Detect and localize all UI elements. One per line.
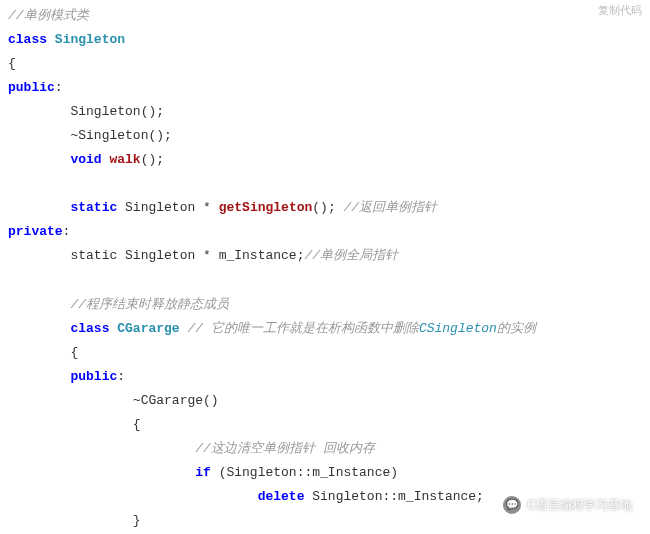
wechat-icon: 💬 [503, 496, 521, 514]
keyword-private: private [8, 224, 63, 239]
comment: //返回单例指针 [344, 200, 438, 215]
copy-code-label[interactable]: 复制代码 [598, 0, 642, 20]
watermark-text: C语言编程学习基地 [527, 494, 632, 516]
keyword-void: void [70, 152, 101, 167]
if-cond: (Singleton::m_Instance) [211, 465, 398, 480]
delete-expr: Singleton::m_Instance; [304, 489, 483, 504]
dtor: ~Singleton(); [70, 128, 171, 143]
m-instance-decl: static Singleton * m_Instance; [70, 248, 304, 263]
fn-getSingleton: getSingleton [219, 200, 313, 215]
comment: // 它的唯一工作就是在析构函数中删除CSingleton的实例 [180, 321, 536, 336]
brace: } [133, 513, 141, 528]
keyword-public: public [8, 80, 55, 95]
comment: //单例全局指针 [304, 248, 398, 263]
ret-type: Singleton * [125, 200, 219, 215]
brace: { [133, 417, 141, 432]
walk-paren: (); [141, 152, 164, 167]
fn-walk: walk [109, 152, 140, 167]
class-name: Singleton [55, 32, 125, 47]
keyword-public: public [70, 369, 117, 384]
keyword-class: class [70, 321, 109, 336]
comment: //单例模式类 [8, 8, 89, 23]
keyword-class: class [8, 32, 47, 47]
watermark: 💬 C语言编程学习基地 [503, 494, 632, 516]
class-name: CGararge [117, 321, 179, 336]
keyword-delete: delete [258, 489, 305, 504]
g-dtor: ~CGararge() [133, 393, 219, 408]
brace: { [70, 345, 78, 360]
comment: //这边清空单例指针 回收内存 [195, 441, 374, 456]
code-block: //单例模式类 class Singleton { public: Single… [0, 0, 650, 534]
getSingleton-suffix: (); [312, 200, 343, 215]
keyword-if: if [195, 465, 211, 480]
brace: { [8, 56, 16, 71]
ctor: Singleton(); [70, 104, 164, 119]
comment: //程序结束时释放静态成员 [70, 297, 229, 312]
keyword-static: static [70, 200, 117, 215]
